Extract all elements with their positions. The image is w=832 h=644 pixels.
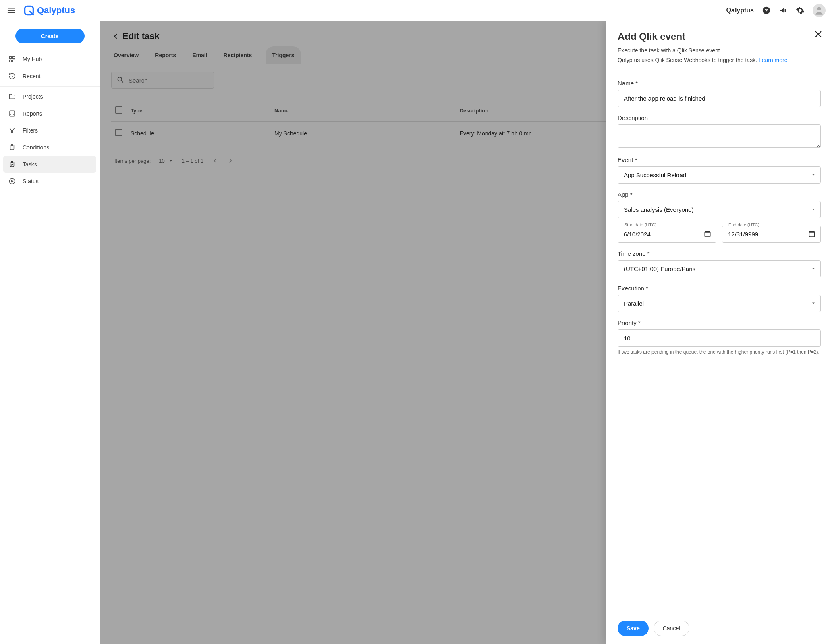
close-icon[interactable] [813,29,823,39]
header-app-label: Qalyptus [726,7,754,14]
svg-rect-4 [9,56,11,58]
task-icon [8,160,16,168]
sidebar-item-recent[interactable]: Recent [0,68,100,85]
sidebar-item-label: Reports [23,110,42,117]
sidebar-item-label: Conditions [23,144,49,151]
timezone-select[interactable]: (UTC+01:00) Europe/Paris [618,260,821,277]
grid-icon [8,55,16,63]
sidebar-item-label: My Hub [23,56,42,62]
event-label: Event * [618,156,821,163]
sidebar-item-label: Projects [23,93,43,100]
svg-rect-15 [705,231,710,236]
sidebar-item-label: Filters [23,127,38,134]
drawer-subtitle-2: Qalyptus uses Qlik Sense Webhooks to tri… [618,57,821,63]
cancel-button[interactable]: Cancel [654,621,690,636]
sidebar-item-reports[interactable]: Reports [0,105,100,122]
logo[interactable]: Qalyptus [23,5,75,16]
app-select[interactable]: Sales analysis (Everyone) [618,201,821,218]
chart-icon [8,110,16,118]
filter-icon [8,126,16,135]
priority-label: Priority * [618,319,821,326]
svg-text:?: ? [765,8,768,14]
save-button[interactable]: Save [618,621,649,636]
help-icon[interactable]: ? [762,6,771,15]
announcement-icon[interactable] [779,6,788,15]
avatar[interactable] [813,4,826,17]
logo-text: Qalyptus [37,5,75,16]
folder-icon [8,93,16,101]
calendar-icon[interactable] [703,230,712,239]
calendar-icon[interactable] [808,230,816,239]
description-label: Description [618,114,821,121]
description-textarea[interactable] [618,124,821,148]
learn-more-link[interactable]: Learn more [759,57,788,63]
sidebar: Create My Hub Recent Projects Reports Fi… [0,21,100,644]
svg-rect-16 [809,231,814,236]
event-select[interactable]: App Successful Reload [618,166,821,184]
start-date-label: Start date (UTC) [622,222,658,227]
svg-point-3 [817,7,821,10]
name-input[interactable] [618,90,821,107]
play-icon [8,177,16,185]
app-header: Qalyptus Qalyptus ? [0,0,832,21]
app-label: App * [618,191,821,198]
sidebar-item-filters[interactable]: Filters [0,122,100,139]
sidebar-item-label: Status [23,178,39,184]
execution-label: Execution * [618,285,821,292]
svg-rect-5 [13,56,15,58]
sidebar-item-projects[interactable]: Projects [0,88,100,105]
drawer-subtitle-1: Execute the task with a Qlik Sense event… [618,47,821,54]
sidebar-item-label: Recent [23,73,40,79]
priority-hint: If two tasks are pending in the queue, t… [618,349,821,355]
svg-rect-6 [9,60,11,62]
create-button[interactable]: Create [15,29,85,43]
drawer-add-qlik-event: Add Qlik event Execute the task with a Q… [606,21,832,644]
hamburger-icon[interactable] [6,6,16,15]
timezone-label: Time zone * [618,250,821,257]
sidebar-item-conditions[interactable]: Conditions [0,139,100,156]
execution-select[interactable]: Parallel [618,295,821,312]
sidebar-item-myhub[interactable]: My Hub [0,51,100,68]
gear-icon[interactable] [796,6,805,15]
sidebar-item-tasks[interactable]: Tasks [3,156,96,173]
priority-input[interactable] [618,329,821,347]
end-date-input[interactable] [722,226,821,243]
drawer-title: Add Qlik event [618,31,821,42]
name-label: Name * [618,80,821,87]
history-icon [8,72,16,80]
sidebar-item-label: Tasks [23,161,37,168]
svg-rect-7 [13,60,15,62]
clipboard-icon [8,143,16,151]
start-date-input[interactable] [618,226,716,243]
sidebar-item-status[interactable]: Status [0,173,100,190]
end-date-label: End date (UTC) [727,222,761,227]
